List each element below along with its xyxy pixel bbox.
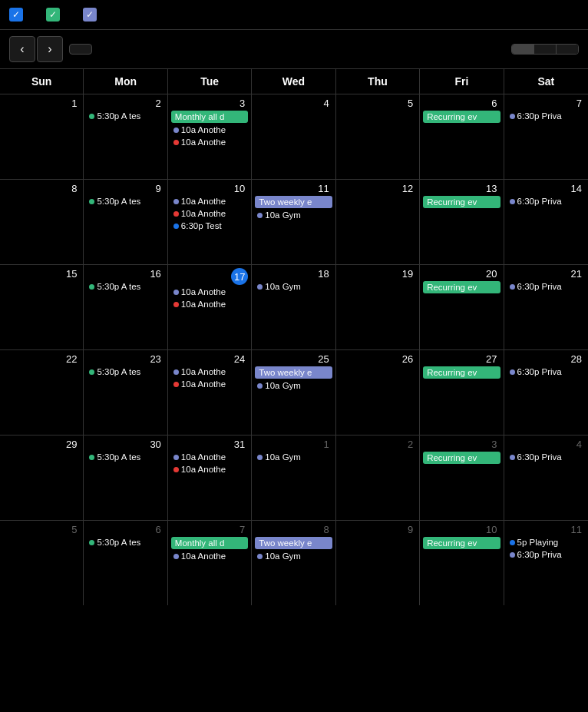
event[interactable]: 10a Gym	[255, 551, 332, 561]
calendar-day[interactable]: 29	[0, 435, 84, 520]
event[interactable]: 6:30p Priva	[507, 196, 585, 207]
event[interactable]: 6:30p Test	[171, 220, 248, 231]
calendar-day[interactable]: 11Two weekly e10a Gym	[252, 180, 335, 264]
event[interactable]: 10a Anothe	[171, 137, 248, 147]
event[interactable]: Recurring ev	[423, 452, 500, 464]
event[interactable]: 10a Gym	[255, 281, 332, 292]
view-month-button[interactable]	[512, 45, 534, 54]
calendar-day[interactable]: 1010a Anothe10a Anothe6:30p Test	[168, 180, 252, 264]
today-button[interactable]	[69, 44, 92, 55]
calendar-item-c[interactable]: ✓	[83, 8, 101, 22]
calendar-day[interactable]: 165:30p A tes	[84, 265, 167, 349]
event[interactable]: Recurring ev	[423, 196, 500, 208]
calendar-day[interactable]: 5	[0, 521, 84, 605]
cal-b-checkbox[interactable]: ✓	[46, 8, 60, 22]
calendar-day[interactable]: 76:30p Priva	[504, 94, 588, 179]
next-button[interactable]: ›	[37, 36, 63, 62]
calendar-day[interactable]: 305:30p A tes	[84, 435, 167, 520]
calendar-day[interactable]: 8Two weekly e10a Gym	[252, 521, 335, 605]
calendar-day[interactable]: 3110a Anothe10a Anothe	[168, 435, 252, 520]
calendar-item-b[interactable]: ✓	[46, 8, 64, 22]
event[interactable]: 10a Anothe	[171, 452, 248, 462]
calendar-day[interactable]: 2410a Anothe10a Anothe	[168, 350, 252, 435]
event[interactable]: Recurring ev	[423, 111, 500, 123]
event[interactable]: 5:30p A tes	[87, 281, 164, 292]
calendar-day[interactable]: 286:30p Priva	[504, 350, 588, 435]
event[interactable]: 5:30p A tes	[87, 366, 164, 377]
day-headers: SunMonTueWedThuFriSat	[0, 69, 588, 94]
event[interactable]: 10a Anothe	[171, 196, 248, 207]
cal-a-checkbox[interactable]: ✓	[9, 8, 23, 22]
event[interactable]: Two weekly e	[255, 366, 332, 379]
event[interactable]: 6:30p Priva	[507, 452, 585, 462]
event-label: 5:30p A tes	[97, 111, 140, 121]
calendar-day[interactable]: 1810a Gym	[252, 265, 335, 349]
calendar-day[interactable]: 10Recurring ev	[420, 521, 504, 605]
calendar-day[interactable]: 3Monthly all d10a Anothe10a Anothe	[168, 94, 252, 179]
event[interactable]: 6:30p Priva	[507, 111, 585, 121]
calendar-item-a[interactable]: ✓	[9, 8, 28, 22]
day-header-thu: Thu	[336, 69, 420, 94]
calendar-day[interactable]: 1710a Anothe10a Anothe	[168, 265, 252, 349]
calendar-day[interactable]: 22	[0, 350, 84, 435]
calendar-day[interactable]: 25Two weekly e10a Gym	[252, 350, 335, 435]
calendar-day[interactable]: 46:30p Priva	[504, 435, 588, 520]
event-dot-blue	[510, 540, 515, 545]
event[interactable]: 5:30p A tes	[87, 111, 164, 121]
event[interactable]: 10a Anothe	[171, 124, 248, 135]
prev-button[interactable]: ‹	[9, 36, 35, 62]
calendar-day[interactable]: 146:30p Priva	[504, 180, 588, 264]
calendar-day[interactable]: 26	[336, 350, 420, 435]
event[interactable]: 6:30p Priva	[507, 549, 585, 560]
event[interactable]: 5:30p A tes	[87, 452, 164, 462]
calendar-day[interactable]: 27Recurring ev	[420, 350, 504, 435]
event[interactable]: Monthly all d	[171, 537, 248, 549]
event[interactable]: 10a Anothe	[171, 551, 248, 561]
calendar-day[interactable]: 19	[336, 265, 420, 349]
view-week-button[interactable]	[534, 45, 557, 54]
calendar-day[interactable]: 9	[336, 521, 420, 605]
calendar-day[interactable]: 3Recurring ev	[420, 435, 504, 520]
event[interactable]: 10a Anothe	[171, 286, 248, 297]
calendar-day[interactable]: 20Recurring ev	[420, 265, 504, 349]
calendar-day[interactable]: 95:30p A tes	[84, 180, 167, 264]
event[interactable]: Two weekly e	[255, 537, 332, 549]
calendar-day[interactable]: 4	[252, 94, 335, 179]
calendar-day[interactable]: 235:30p A tes	[84, 350, 167, 435]
event[interactable]: 6:30p Priva	[507, 281, 585, 292]
calendar-day[interactable]: 110a Gym	[252, 435, 335, 520]
calendar-day[interactable]: 25:30p A tes	[84, 94, 167, 179]
calendar-day[interactable]: 65:30p A tes	[84, 521, 167, 605]
calendar-day[interactable]: 7Monthly all d10a Anothe	[168, 521, 252, 605]
view-list-button[interactable]	[557, 45, 578, 54]
cal-c-checkbox[interactable]: ✓	[83, 8, 97, 22]
event[interactable]: 10a Gym	[255, 452, 332, 462]
event[interactable]: Recurring ev	[423, 537, 500, 549]
event[interactable]: 10a Anothe	[171, 379, 248, 389]
event[interactable]: 10a Anothe	[171, 299, 248, 310]
event[interactable]: Monthly all d	[171, 111, 248, 123]
calendar-day[interactable]: 115p Playing6:30p Priva	[504, 521, 588, 605]
event[interactable]: 10a Anothe	[171, 208, 248, 219]
calendar-day[interactable]: 6Recurring ev	[420, 94, 504, 179]
event[interactable]: 5:30p A tes	[87, 537, 164, 548]
day-header-mon: Mon	[84, 69, 167, 94]
calendar-day[interactable]: 8	[0, 180, 84, 264]
event[interactable]: Recurring ev	[423, 281, 500, 293]
calendar-day[interactable]: 5	[336, 94, 420, 179]
event[interactable]: 10a Gym	[255, 210, 332, 220]
calendar-day[interactable]: 15	[0, 265, 84, 349]
event[interactable]: 5p Playing	[507, 537, 585, 548]
event[interactable]: 6:30p Priva	[507, 366, 585, 377]
event[interactable]: Two weekly e	[255, 196, 332, 208]
calendar-day[interactable]: 2	[336, 435, 420, 520]
calendar-day[interactable]: 13Recurring ev	[420, 180, 504, 264]
event[interactable]: 10a Gym	[255, 380, 332, 391]
calendar-day[interactable]: 1	[0, 94, 84, 179]
event[interactable]: 10a Anothe	[171, 366, 248, 377]
event[interactable]: 10a Anothe	[171, 464, 248, 475]
event[interactable]: Recurring ev	[423, 366, 500, 379]
calendar-day[interactable]: 216:30p Priva	[504, 265, 588, 349]
calendar-day[interactable]: 12	[336, 180, 420, 264]
event[interactable]: 5:30p A tes	[87, 196, 164, 207]
